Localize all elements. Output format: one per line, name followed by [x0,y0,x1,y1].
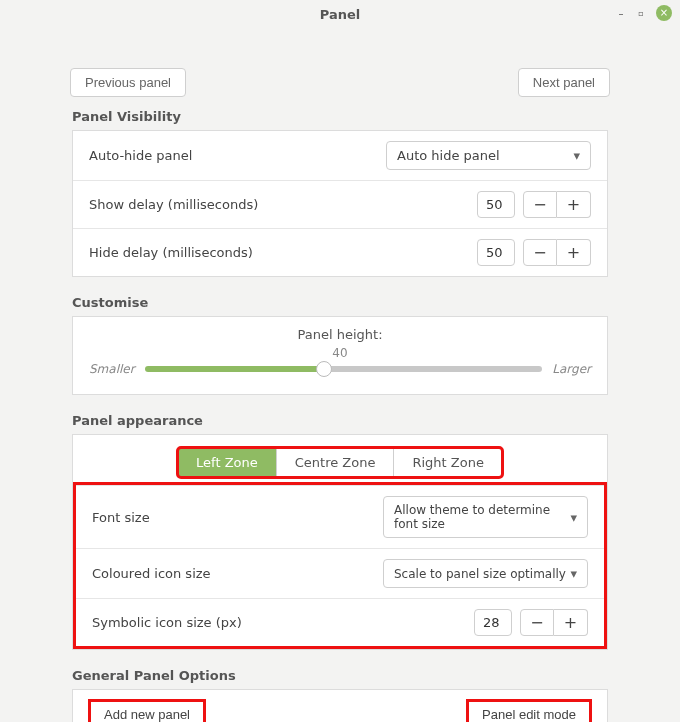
tab-right-zone[interactable]: Right Zone [393,448,501,477]
fontsize-label: Font size [92,510,150,525]
hidedelay-plus-button[interactable]: + [557,239,591,266]
appearance-title: Panel appearance [72,413,608,428]
symicon-label: Symbolic icon size (px) [92,615,242,630]
hidedelay-value[interactable]: 50 [477,239,515,266]
zone-tabs-row: Left Zone Centre Zone Right Zone [73,435,607,482]
window-title: Panel [320,7,360,22]
colicon-combo[interactable]: Scale to panel size optimally ▾ [383,559,588,588]
panel-height-value: 40 [89,346,591,360]
colicon-label: Coloured icon size [92,566,211,581]
hidedelay-label: Hide delay (milliseconds) [89,245,253,260]
minimize-icon[interactable]: – [616,8,626,18]
autohide-combo[interactable]: Auto hide panel ▾ [386,141,591,170]
visibility-title: Panel Visibility [72,109,608,124]
general-card: Add new panel Panel edit mode Allow the … [72,689,608,722]
panel-height-slider[interactable] [145,366,543,372]
fontsize-value: Allow theme to determine font size [394,503,570,531]
showdelay-spinner: 50 − + [477,191,591,218]
tab-left-zone[interactable]: Left Zone [178,448,276,477]
visibility-card: Auto-hide panel Auto hide panel ▾ Show d… [72,130,608,277]
slider-smaller-label: Smaller [89,362,135,376]
chevron-down-icon: ▾ [573,148,580,163]
panel-height-label: Panel height: [89,327,591,342]
colicon-value: Scale to panel size optimally [394,567,566,581]
showdelay-plus-button[interactable]: + [557,191,591,218]
close-icon[interactable]: × [656,5,672,21]
showdelay-value[interactable]: 50 [477,191,515,218]
symicon-value[interactable]: 28 [474,609,512,636]
maximize-icon[interactable]: ▫ [636,8,646,18]
autohide-label: Auto-hide panel [89,148,192,163]
showdelay-label: Show delay (milliseconds) [89,197,258,212]
symicon-spinner: 28 − + [474,609,588,636]
add-new-panel-button[interactable]: Add new panel [89,700,205,722]
slider-thumb[interactable] [316,361,332,377]
autohide-value: Auto hide panel [397,148,500,163]
symicon-minus-button[interactable]: − [520,609,554,636]
hidedelay-minus-button[interactable]: − [523,239,557,266]
appearance-card: Left Zone Centre Zone Right Zone Font si… [72,434,608,650]
next-panel-button[interactable]: Next panel [518,68,610,97]
hidedelay-spinner: 50 − + [477,239,591,266]
fontsize-combo[interactable]: Allow theme to determine font size ▾ [383,496,588,538]
tab-centre-zone[interactable]: Centre Zone [276,448,394,477]
chevron-down-icon: ▾ [570,566,577,581]
chevron-down-icon: ▾ [570,510,577,525]
panel-nav: Previous panel Next panel [70,68,610,97]
general-title: General Panel Options [72,668,608,683]
showdelay-minus-button[interactable]: − [523,191,557,218]
titlebar: Panel – ▫ × [0,0,680,28]
slider-larger-label: Larger [552,362,591,376]
content: Previous panel Next panel Panel Visibili… [0,28,680,722]
customise-title: Customise [72,295,608,310]
customise-card: Panel height: 40 Smaller Larger [72,316,608,395]
window-controls: – ▫ × [616,5,672,21]
panel-edit-mode-button[interactable]: Panel edit mode [467,700,591,722]
zone-tabs: Left Zone Centre Zone Right Zone [177,447,503,478]
previous-panel-button[interactable]: Previous panel [70,68,186,97]
symicon-plus-button[interactable]: + [554,609,588,636]
appearance-highlight-block: Font size Allow theme to determine font … [73,482,607,649]
